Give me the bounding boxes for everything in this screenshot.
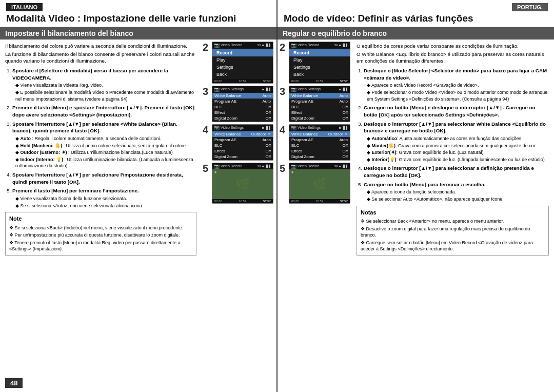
step-num-3: 3 [203, 86, 210, 97]
lang-tag-left: ITALIANO [6, 3, 43, 11]
right-step-2: Carregue no botão [Menu] e desloque o in… [364, 104, 549, 118]
notas-title: Notas [361, 209, 545, 217]
left-step-1: Spostare il [Selettore di modalità] vers… [12, 67, 196, 102]
right-step-num-5: 5 [280, 163, 287, 174]
right-screen-2-container: 2 📷 Video Record SF ■ ▐▌▌ Record Play Se… [280, 42, 351, 84]
right-step-1: Desloque o [Mode Selector] <Selector de … [364, 67, 549, 102]
right-intro1: O equilíbrio de cores pode variar consoa… [357, 43, 549, 50]
right-step-num-2: 2 [280, 42, 287, 53]
left-intro1: Il bilanciamento del colore può variare … [5, 43, 196, 50]
screen-1-container: 2 📷 Video Record SF ■ ▐▌▌ Record Play Se… [203, 42, 274, 84]
right-screen-3a: 📷 Video Settings ■ ▐▌▌ White BalanceAuto… [289, 86, 350, 122]
note-item-3: ❖ Tenere premuto il tasto [Menu] in moda… [9, 240, 192, 252]
right-intro2: O White Balance <Equilíbrio do branco> é… [357, 51, 549, 65]
right-screens-panel: 2 📷 Video Record SF ■ ▐▌▌ Record Play Se… [278, 40, 353, 392]
menu-item-settings[interactable]: Settings [212, 64, 273, 71]
notas-item-2: ❖ Desactive o zoom digital para fazer um… [361, 226, 545, 239]
left-step-5-bullets: ◆ Viene visualizzata l'icona della funzi… [12, 195, 196, 209]
screen-3a: 📷 Video Settings ■ ▐▌▌ White BalanceAuto… [212, 86, 273, 122]
left-step-4: Spostare l'interruttore [▲/▼] per selezi… [12, 171, 196, 185]
left-step-1-bullets: ◆ Viene visualizzata la videata Reg. vid… [12, 82, 196, 102]
notas-item-1: ❖ Se seleccionar Back <Anterior> no menu… [361, 218, 545, 225]
right-text-content: O equilíbrio de cores pode variar consoa… [353, 40, 554, 392]
right-screen-5: 📷 Video Record SF ■ ▐▌▌ 🌿 ☀ 00:0010:57ST… [289, 163, 350, 204]
lang-tag-right: PORTUG. [512, 3, 548, 11]
notas-box: Notas ❖ Se seleccionar Back <Anterior> n… [357, 206, 549, 256]
section-title-left: Impostare il bilanciamento del bianco [0, 27, 276, 40]
right-screen-1: 📷 Video Record SF ■ ▐▌▌ Record Play Sett… [289, 42, 350, 84]
step-num-2: 2 [203, 42, 210, 53]
step-num-4: 4 [203, 124, 210, 136]
main-title-right: Modo de vídeo: Definir as várias funções [284, 13, 548, 25]
right-step-5: Carregue no botão [Menu] para terminar a… [364, 181, 549, 203]
left-step-3: Spostare l'interruttore [▲/▼] per selezi… [12, 121, 196, 169]
step-num-5: 5 [203, 163, 210, 174]
note-title: Note [9, 215, 192, 223]
right-step-num-4: 4 [280, 124, 287, 136]
right-screen-4-container: 4 📷 Video Settings ■ ▐▌▌ White BalanceOu… [280, 124, 351, 161]
left-intro2: La funzione di bilanciamento del bianco … [5, 51, 196, 65]
screen-1: 📷 Video Record SF ■ ▐▌▌ Record Play Sett… [212, 42, 273, 84]
left-step-5: Premere il tasto [Menu] per terminare l'… [12, 187, 196, 209]
right-step-3: Desloque o interruptor [▲/▼] para selecc… [364, 121, 549, 163]
screen-5-container: 5 📷 Video Record SF ■ ▐▌▌ 🌿 ☀ [203, 163, 274, 204]
screen-3a-container: 3 📷 Video Settings ■ ▐▌▌ White BalanceAu… [203, 86, 274, 122]
right-step-num-3: 3 [280, 86, 287, 97]
left-screens-panel: 2 📷 Video Record SF ■ ▐▌▌ Record Play Se… [201, 40, 276, 392]
menu-item-record[interactable]: Record [212, 49, 273, 56]
main-title-left: Modalità Video : Impostazione delle vari… [6, 13, 270, 25]
left-step-2: Premere il tasto [Menu] e spostare l'int… [12, 104, 196, 118]
screen-5: 📷 Video Record SF ■ ▐▌▌ 🌿 ☀ 00:00 10:57 [212, 163, 273, 204]
right-screen-5-container: 5 📷 Video Record SF ■ ▐▌▌ 🌿 ☀ [280, 163, 351, 204]
notas-item-3: ❖ Carregue sem soltar o botão [Menu] em … [361, 240, 545, 252]
left-step-3-bullets: ◆ Auto : Regola il colore automaticament… [12, 135, 196, 169]
menu-item-play[interactable]: Play [212, 56, 273, 64]
right-screen-3b: 📷 Video Settings ■ ▐▌▌ White BalanceOutd… [289, 124, 350, 161]
menu-item-back[interactable]: Back [212, 71, 273, 78]
screen-3b: 📷 Video Settings ■ ▐▌▌ White BalanceOutd… [212, 124, 273, 161]
left-text-content: Il bilanciamento del colore può variare … [0, 40, 201, 392]
right-step-4: Desloque o interruptor [▲/▼] para selecc… [364, 165, 549, 179]
page-number: 48 [5, 378, 23, 388]
note-item-1: ❖ Se si seleziona <Back> (Indietro) nel … [9, 225, 192, 231]
section-title-right: Regular o equilíbrio do branco [278, 27, 554, 40]
note-box: Note ❖ Se si seleziona <Back> (Indietro)… [5, 212, 196, 256]
right-screen-3-container: 3 📷 Video Settings ■ ▐▌▌ White BalanceAu… [280, 86, 351, 122]
screen-3b-container: 4 📷 Video Settings ■ ▐▌▌ White BalanceOu… [203, 124, 274, 161]
note-item-2: ❖ Per un'impostazione più accurata di qu… [9, 232, 192, 239]
